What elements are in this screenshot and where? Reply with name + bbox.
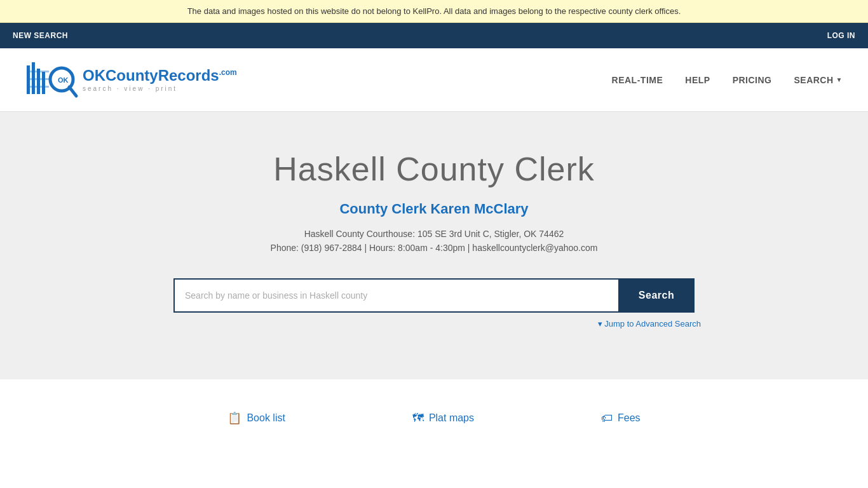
logo[interactable]: OK OKCountyRecords.com search · view · p… <box>25 59 237 100</box>
nav-help[interactable]: HELP <box>685 75 710 85</box>
svg-rect-6 <box>27 86 49 88</box>
search-input[interactable] <box>173 278 618 313</box>
clerk-name: County Clerk Karen McClary <box>13 201 855 217</box>
county-title: Haskell County Clerk <box>13 150 855 188</box>
chevron-down-icon: ▼ <box>836 76 843 83</box>
main-content: Haskell County Clerk County Clerk Karen … <box>0 112 868 379</box>
plat-maps-label: Plat maps <box>429 412 474 424</box>
svg-line-9 <box>69 87 76 96</box>
login-link[interactable]: LOG IN <box>827 31 855 40</box>
search-form: Search <box>167 278 701 313</box>
book-list-label: Book list <box>247 412 285 424</box>
svg-rect-4 <box>27 71 49 72</box>
plat-maps-link[interactable]: 🗺 Plat maps <box>412 411 474 425</box>
fees-icon: 🏷 <box>601 412 613 425</box>
advanced-search-container: ▾ Jump to Advanced Search <box>167 319 701 329</box>
nav-pricing[interactable]: PRICING <box>733 75 772 85</box>
info-banner: The data and images hosted on this websi… <box>0 0 868 23</box>
search-button[interactable]: Search <box>618 278 695 313</box>
fees-label: Fees <box>618 412 641 424</box>
svg-rect-3 <box>42 72 45 94</box>
top-nav-bar: NEW SEARCH LOG IN <box>0 23 868 48</box>
logo-text: OKCountyRecords.com search · view · prin… <box>83 67 237 92</box>
new-search-link[interactable]: NEW SEARCH <box>13 31 68 40</box>
footer-links-section: 📋 Book list 🗺 Plat maps 🏷 Fees <box>0 379 868 457</box>
plat-maps-icon: 🗺 <box>412 412 424 425</box>
svg-rect-5 <box>27 78 49 80</box>
logo-icon: OK <box>25 59 79 100</box>
header-nav: REAL-TIME HELP PRICING SEARCH ▼ <box>612 75 843 85</box>
nav-search-dropdown[interactable]: SEARCH ▼ <box>794 75 843 85</box>
advanced-search-link[interactable]: ▾ Jump to Advanced Search <box>598 319 701 329</box>
logo-tagline: search · view · print <box>83 85 237 92</box>
logo-area: OK OKCountyRecords.com search · view · p… <box>25 59 237 100</box>
contact-line: Phone: (918) 967-2884 | Hours: 8:00am - … <box>13 243 855 253</box>
fees-link[interactable]: 🏷 Fees <box>601 411 641 425</box>
nav-search-label: SEARCH <box>794 75 833 85</box>
logo-dotcom: .com <box>219 68 237 77</box>
svg-text:OK: OK <box>58 76 69 84</box>
banner-text: The data and images hosted on this websi… <box>187 6 681 16</box>
book-list-link[interactable]: 📋 Book list <box>227 411 285 425</box>
address-line: Haskell County Courthouse: 105 SE 3rd Un… <box>13 229 855 239</box>
logo-brand-text: OKCountyRecords <box>83 67 219 84</box>
book-list-icon: 📋 <box>227 411 241 425</box>
site-header: OK OKCountyRecords.com search · view · p… <box>0 48 868 112</box>
nav-real-time[interactable]: REAL-TIME <box>612 75 663 85</box>
